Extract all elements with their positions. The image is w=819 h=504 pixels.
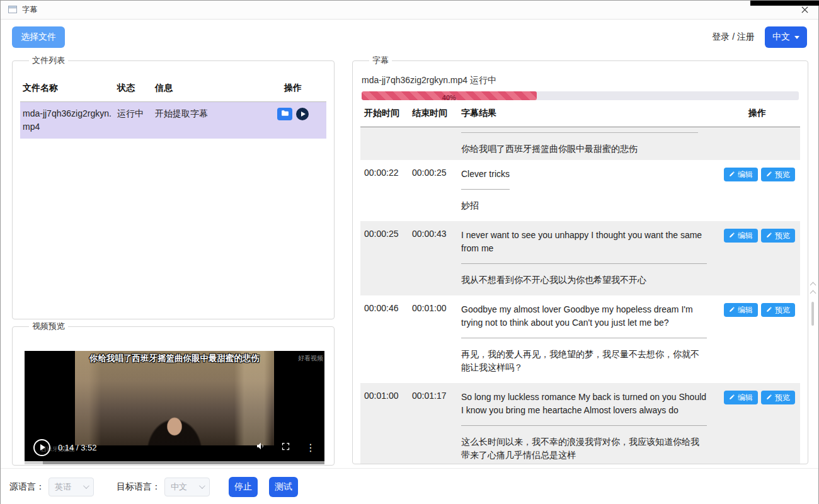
video-watermark: 好看视频	[298, 354, 323, 363]
start-time: 00:00:46	[364, 303, 412, 313]
fullscreen-icon[interactable]	[281, 442, 290, 454]
footer-bar: 源语言： 英语 目标语言： 中文 停止 测试	[1, 468, 818, 504]
col-start-time: 开始时间	[364, 108, 412, 119]
subtitle-chinese: 这么长时间以来，我不幸的浪漫我背对你，我应该知道你给我带来了心痛几乎情侣总是这样	[461, 435, 707, 462]
subtitles-panel: 字幕 mda-jj7qh36zig2rgkyn.mp4 运行中 40% 开始时间…	[352, 55, 808, 464]
progress-fill: 40%	[362, 91, 537, 100]
chevron-up-icon	[810, 290, 816, 297]
edit-button[interactable]: 编辑	[724, 391, 758, 404]
subtitle-row: 你给我唱了西班牙摇篮曲你眼中最甜蜜的悲伤	[360, 127, 800, 160]
app-icon	[8, 4, 17, 16]
folder-icon	[281, 109, 289, 119]
video-play-button[interactable]	[33, 439, 50, 456]
end-time: 00:01:00	[412, 303, 461, 313]
scrollbar[interactable]	[809, 283, 816, 326]
subtitle-chinese: 妙招	[461, 199, 707, 212]
subtitle-english: I never want to see you unhappy I though…	[461, 229, 707, 264]
file-row[interactable]: mda-jj7qh36zig2rgkyn.mp4 运行中 开始提取字幕	[20, 102, 326, 139]
titlebar: 字幕	[1, 1, 818, 20]
window-title: 字幕	[22, 4, 37, 15]
subtitle-english: So long my luckless romance My back is t…	[461, 391, 707, 426]
preview-button[interactable]: 预览	[761, 229, 795, 243]
subtitle-chinese: 再见，我的爱人再见，我绝望的梦，我尽量不去想你，你就不能让我这样吗？	[461, 348, 707, 374]
stop-button[interactable]: 停止	[229, 477, 258, 497]
subtitle-english: Goodbye my almost lover Goodbye my hopel…	[461, 303, 707, 338]
subtitle-chinese: 你给我唱了西班牙摇篮曲你眼中最甜蜜的悲伤	[461, 142, 707, 156]
pencil-icon	[729, 231, 735, 240]
screen-artifact	[750, 1, 819, 6]
file-info: 开始提取字幕	[152, 102, 260, 139]
video-seekbar[interactable]	[25, 461, 324, 464]
chevron-up-icon	[810, 282, 816, 289]
chevron-down-icon	[794, 36, 799, 39]
edit-button[interactable]: 编辑	[724, 229, 758, 243]
progress-label: 40%	[442, 94, 456, 100]
end-time: 00:01:17	[412, 391, 461, 401]
video-preview-panel: 视频预览 你给我唱了西班牙摇篮曲你眼中最甜蜜的悲伤 好看视频 西班牙摇篮曲 0:…	[12, 321, 335, 466]
play-video-button[interactable]	[296, 108, 309, 120]
source-language-label: 源语言：	[9, 481, 45, 493]
play-icon	[301, 112, 306, 117]
col-status: 状态	[115, 75, 152, 101]
progress-bar: 40%	[362, 91, 799, 100]
text-divider	[461, 132, 698, 133]
video-frame	[75, 351, 274, 445]
start-time: 00:00:25	[364, 229, 412, 239]
file-status: 运行中	[115, 102, 152, 139]
file-table-header: 文件名称 状态 信息 操作	[20, 75, 326, 102]
chevron-down-icon	[83, 483, 89, 489]
pencil-icon	[766, 393, 772, 402]
target-language-label: 目标语言：	[117, 481, 161, 493]
pencil-icon	[729, 306, 735, 314]
pencil-icon	[729, 170, 735, 179]
preview-button[interactable]: 预览	[761, 303, 795, 317]
col-result: 字幕结果	[461, 108, 716, 119]
col-actions: 操作	[748, 108, 766, 119]
preview-button[interactable]: 预览	[761, 168, 795, 181]
subtitle-english: Clever tricks	[461, 168, 510, 190]
subtitles-legend: 字幕	[369, 55, 392, 66]
chevron-down-icon	[199, 483, 205, 489]
pencil-icon	[766, 306, 772, 314]
subtitle-row: 00:00:25 00:00:43 I never want to see yo…	[360, 221, 800, 295]
video-controls: 0:14 / 3:52 ⋮	[25, 437, 324, 458]
file-list-legend: 文件列表	[29, 55, 68, 66]
file-table: 文件名称 状态 信息 操作 mda-jj7qh36zig2rgkyn.mp4 运…	[20, 75, 326, 139]
play-icon	[40, 444, 45, 450]
pencil-icon	[766, 170, 772, 179]
preview-button[interactable]: 预览	[761, 391, 795, 404]
language-dropdown-button[interactable]: 中文	[765, 26, 807, 48]
more-options-icon[interactable]: ⋮	[306, 442, 316, 454]
edit-button[interactable]: 编辑	[724, 303, 758, 317]
select-file-button[interactable]: 选择文件	[12, 26, 65, 48]
start-time: 00:00:22	[364, 168, 412, 178]
file-name: mda-jj7qh36zig2rgkyn.mp4	[20, 102, 115, 139]
edit-button[interactable]: 编辑	[724, 168, 758, 181]
start-time: 00:01:00	[364, 391, 412, 401]
seek-played	[25, 461, 43, 464]
end-time: 00:00:25	[412, 168, 461, 178]
end-time: 00:00:43	[412, 229, 461, 239]
col-actions: 操作	[282, 75, 304, 101]
video-time-display: 0:14 / 3:52	[58, 443, 96, 452]
col-end-time: 结束时间	[412, 108, 461, 119]
subtitle-row: 00:01:00 00:01:17 So long my luckless ro…	[360, 383, 800, 464]
col-file-name: 文件名称	[20, 75, 115, 101]
subtitle-chinese: 我从不想看到你不开心我以为你也希望我不开心	[461, 273, 707, 287]
video-player[interactable]: 你给我唱了西班牙摇篮曲你眼中最甜蜜的悲伤 好看视频 西班牙摇篮曲 0:14 / …	[25, 351, 324, 464]
login-register-link[interactable]: 登录 / 注册	[712, 32, 755, 43]
subtitle-row: 00:00:46 00:01:00 Goodbye my almost love…	[360, 295, 800, 383]
open-folder-button[interactable]	[277, 108, 292, 120]
app-window: 字幕 选择文件 登录 / 注册 中文 文件列表 文件名称 状态 信息 操作 md…	[0, 0, 819, 504]
subtitles-table-header: 开始时间 结束时间 字幕结果 操作	[360, 100, 800, 127]
pencil-icon	[766, 231, 772, 240]
source-language-select[interactable]: 英语	[49, 478, 94, 496]
pencil-icon	[729, 393, 735, 402]
test-button[interactable]: 测试	[269, 477, 298, 497]
subtitles-file-status: mda-jj7qh36zig2rgkyn.mp4 运行中	[362, 75, 799, 86]
target-language-select[interactable]: 中文	[164, 478, 210, 496]
col-info: 信息	[152, 75, 260, 101]
file-list-panel: 文件列表 文件名称 状态 信息 操作 mda-jj7qh36zig2rgkyn.…	[12, 55, 335, 319]
volume-icon[interactable]	[256, 441, 266, 454]
scrollbar-thumb[interactable]	[811, 302, 814, 326]
